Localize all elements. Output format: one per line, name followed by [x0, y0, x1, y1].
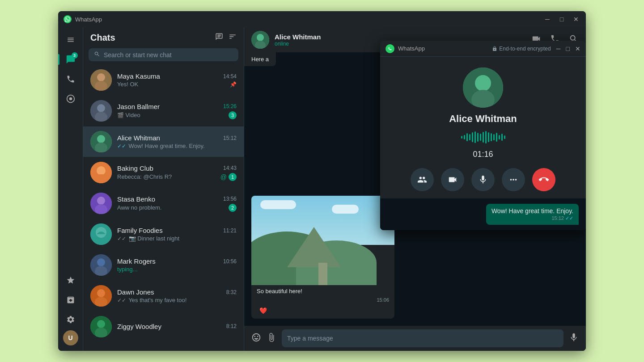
call-avatar: [463, 67, 503, 108]
chat-item-dawn[interactable]: Dawn Jones 8:32 ✓✓ Yes that's my fave to…: [83, 281, 244, 311]
chat-item-family[interactable]: Family Foodies 11:21 ✓✓ 📷 Dinner last ni…: [83, 219, 244, 250]
nav-settings-icon[interactable]: [62, 311, 80, 328]
participants-btn[interactable]: [411, 168, 434, 191]
more-btn[interactable]: [502, 168, 525, 191]
chat-time-family: 11:21: [223, 227, 237, 234]
avatar-jason: [90, 100, 112, 122]
chat-name-baking: Baking Club: [117, 164, 153, 172]
chat-list-panel: Chats: [83, 27, 244, 351]
emoji-icon[interactable]: [251, 333, 261, 345]
maximize-button[interactable]: □: [557, 15, 566, 24]
call-contact-name: Alice Whitman: [449, 113, 517, 125]
svg-rect-13: [97, 174, 106, 177]
avatar-baking: [90, 162, 112, 183]
avatar-family: [90, 223, 112, 245]
chat-name-mark: Mark Rogers: [117, 257, 156, 265]
chat-info-stasa: Stasa Benko 13:56 Aww no problem. 2: [117, 195, 237, 212]
chat-item-alice[interactable]: Alice Whitman 15:12 ✓✓ Wow! Have great t…: [83, 126, 244, 157]
call-close-btn[interactable]: ✕: [575, 45, 580, 52]
nav-star-icon[interactable]: [62, 271, 80, 289]
left-nav: 3: [58, 27, 83, 351]
chat-item-baking[interactable]: Baking Club 14:43 Rebecca: @Chris R? @ 1: [83, 157, 244, 188]
nav-status-icon[interactable]: [62, 90, 80, 108]
mute-btn[interactable]: [471, 168, 495, 191]
chat-name-alice: Alice Whitman: [117, 134, 160, 142]
svg-point-9: [97, 135, 105, 143]
nav-calls-icon[interactable]: [62, 70, 80, 88]
chat-preview-maya: Yes! OK: [117, 81, 230, 88]
app-body: 3: [58, 27, 586, 351]
chat-info-mark: Mark Rogers 10:56 typing...: [117, 257, 237, 273]
unread-badge-jason: 3: [229, 111, 237, 119]
message-input[interactable]: [282, 329, 564, 347]
chat-header-name: Alice Whitman: [275, 33, 526, 41]
svg-point-29: [257, 34, 264, 41]
filter-icon[interactable]: [229, 33, 237, 43]
chat-time-jason: 15:26: [223, 103, 237, 109]
call-window-title-bar: WhatsApp End-to-end encrypted ─ □ ✕: [380, 41, 586, 57]
svg-point-1: [69, 97, 72, 101]
call-chat-text: Wow! Have great time. Enjoy.: [491, 207, 573, 215]
chat-input-bar: [244, 326, 586, 351]
call-window-title-left: WhatsApp: [386, 44, 425, 53]
call-maximize-btn[interactable]: □: [566, 45, 570, 52]
chat-time-ziggy: 8:12: [226, 323, 237, 329]
avatar-ziggy: [90, 316, 112, 337]
svg-point-3: [97, 73, 105, 81]
nav-top: 3: [62, 31, 80, 271]
call-window-logo: [386, 44, 394, 53]
microphone-icon[interactable]: [569, 333, 579, 345]
chat-item-maya[interactable]: Maya Kasuma 14:54 Yes! OK 📌: [83, 65, 244, 96]
app-title: WhatsApp: [75, 16, 102, 23]
nav-avatar[interactable]: U: [63, 330, 78, 345]
mountain-image: [251, 196, 394, 285]
chat-preview-jason: 🎬 Video: [117, 112, 229, 118]
chat-time-mark: 10:56: [223, 258, 237, 265]
nav-menu-icon[interactable]: [62, 31, 80, 49]
avatar-maya: [90, 69, 112, 91]
msg-image-time: 15:06: [251, 297, 394, 305]
call-timer: 01:16: [473, 150, 493, 159]
msg-image-caption: So beautiful here!: [251, 285, 394, 297]
svg-point-12: [97, 166, 106, 175]
avatar-mark: [90, 254, 112, 276]
chat-item-jason[interactable]: Jason Ballmer 15:26 🎬 Video 3: [83, 96, 244, 126]
call-minimize-btn[interactable]: ─: [556, 45, 561, 52]
chat-info-jason: Jason Ballmer 15:26 🎬 Video 3: [117, 103, 237, 119]
nav-chats-icon[interactable]: 3: [62, 51, 80, 68]
pin-icon-maya: 📌: [230, 81, 237, 88]
chat-name-dawn: Dawn Jones: [117, 288, 154, 296]
chat-name-maya: Maya Kasuma: [117, 72, 160, 80]
chat-info-family: Family Foodies 11:21 ✓✓ 📷 Dinner last ni…: [117, 227, 237, 242]
close-button[interactable]: ✕: [572, 15, 580, 24]
chat-preview-alice: ✓✓ Wow! Have great time. Enjoy.: [117, 143, 237, 149]
chat-item-stasa[interactable]: Stasa Benko 13:56 Aww no problem. 2: [83, 188, 244, 219]
svg-point-26: [97, 320, 105, 328]
video-toggle-btn[interactable]: [441, 168, 464, 191]
svg-point-20: [97, 258, 105, 266]
chat-name-family: Family Foodies: [117, 227, 163, 234]
encryption-label: End-to-end encrypted: [492, 46, 551, 52]
svg-point-23: [97, 289, 105, 297]
attach-icon[interactable]: [267, 333, 276, 345]
chats-badge: 3: [72, 52, 78, 59]
chat-preview-family: ✓✓ 📷 Dinner last night: [117, 235, 237, 242]
new-chat-icon[interactable]: [215, 33, 223, 43]
call-window-controls: ─ □ ✕: [556, 45, 580, 52]
call-body: Alice Whitman: [380, 57, 586, 198]
chat-header-avatar[interactable]: [251, 31, 269, 49]
unread-badge-stasa: 2: [229, 204, 237, 212]
nav-bottom: U: [62, 271, 80, 347]
search-input[interactable]: [104, 51, 233, 59]
chat-list-title: Chats: [90, 33, 115, 43]
avatar-alice: [90, 131, 112, 152]
svg-point-32: [475, 75, 491, 91]
chat-preview-mark: typing...: [117, 266, 237, 273]
chat-item-mark[interactable]: Mark Rogers 10:56 typing...: [83, 250, 244, 281]
nav-archive-icon[interactable]: [62, 291, 80, 309]
chat-info-baking: Baking Club 14:43 Rebecca: @Chris R? @ 1: [117, 164, 237, 181]
minimize-button[interactable]: ─: [543, 15, 552, 24]
end-call-btn[interactable]: [532, 168, 555, 191]
chat-name-ziggy: Ziggy Woodley: [117, 323, 161, 330]
chat-item-ziggy[interactable]: Ziggy Woodley 8:12: [83, 311, 244, 342]
